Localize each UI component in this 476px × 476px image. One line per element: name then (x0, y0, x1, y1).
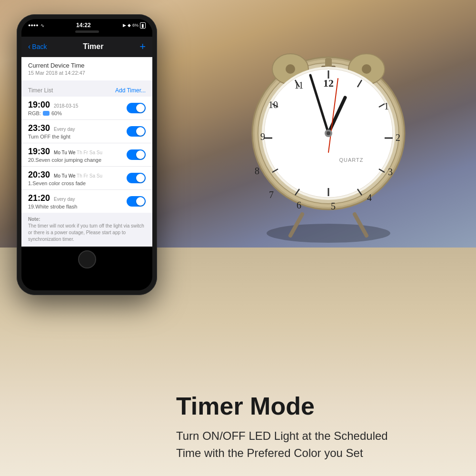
timer-description: RGB: 60% (28, 110, 127, 116)
timer-item-details: 20:30 Mo Tu We Th Fr Sa Su (28, 170, 127, 186)
svg-point-9 (362, 64, 371, 74)
note-title: Note: (28, 217, 146, 222)
svg-text:3: 3 (388, 167, 393, 177)
timer-date: Every day (54, 197, 75, 202)
device-time-value: 15 Mar 2018 at 14:22:47 (28, 70, 146, 76)
timer-item-details: 19:30 Mo Tu We Th Fr Sa Su (28, 147, 127, 163)
gps-icon: ▶ (123, 23, 126, 28)
timer-time-row: 19:30 Mo Tu We Th Fr Sa Su (28, 147, 127, 157)
timer-desc-text: Turn OFF the light (28, 134, 70, 139)
note-text: The timer will not work if you turn off … (28, 223, 146, 243)
timer-toggle[interactable] (127, 149, 146, 160)
timer-date: 2018-03-15 (54, 103, 78, 109)
timer-time-row: 19:00 2018-03-15 (28, 100, 127, 110)
timer-list: 19:00 2018-03-15 RGB: 60% (21, 97, 152, 213)
bottom-text-area: Timer Mode Turn ON/OFF LED Light at the … (176, 393, 462, 462)
timer-time: 23:30 (28, 123, 50, 133)
timer-desc-text: 20.Seven color jumping change (28, 157, 101, 163)
svg-point-0 (267, 224, 390, 243)
note-section: Note: The timer will not work if you tur… (21, 213, 152, 247)
svg-text:5: 5 (331, 201, 336, 211)
day-we: We (69, 150, 77, 155)
svg-text:4: 4 (367, 192, 372, 203)
timer-item-details: 23:30 Every day Turn OFF the light (28, 123, 127, 139)
svg-text:1: 1 (384, 101, 389, 111)
status-bar: ●●●● ∿ 14:22 ▶ ◆ 6% ▮ (21, 19, 152, 30)
svg-text:2: 2 (396, 132, 400, 143)
timer-date: Mo Tu We Th Fr Sa Su (54, 150, 102, 155)
phone-top-area (21, 30, 152, 37)
device-time-section: Current Device Time 15 Mar 2018 at 14:22… (21, 57, 152, 80)
svg-text:6: 6 (297, 200, 301, 210)
timer-item: 20:30 Mo Tu We Th Fr Sa Su (21, 167, 152, 190)
timer-item-details: 19:00 2018-03-15 RGB: 60% (28, 100, 127, 116)
day-su: Su (97, 150, 102, 155)
timer-description: 19.White strobe flash (28, 204, 127, 209)
svg-point-43 (327, 131, 330, 135)
day-we: We (69, 173, 77, 178)
day-mo: Mo (54, 150, 62, 155)
device-time-title: Current Device Time (28, 62, 146, 69)
timer-mode-title: Timer Mode (176, 393, 462, 420)
battery-pct: 6% (132, 23, 139, 28)
back-label: Back (32, 43, 47, 50)
day-sa: Sa (89, 150, 97, 155)
day-su: Su (97, 173, 102, 178)
timer-toggle[interactable] (127, 196, 146, 207)
timer-description: Turn OFF the light (28, 134, 127, 139)
svg-text:QUARTZ: QUARTZ (339, 157, 363, 163)
svg-point-7 (286, 64, 295, 74)
timer-list-label: Timer List (28, 87, 53, 94)
timer-time: 19:30 (28, 147, 50, 157)
timer-time-row: 20:30 Mo Tu We Th Fr Sa Su (28, 170, 127, 180)
day-fr: Fr (84, 150, 89, 155)
phone-body: ●●●● ∿ 14:22 ▶ ◆ 6% ▮ ‹ Bac (17, 14, 157, 295)
timer-list-header: Timer List Add Timer... (21, 84, 152, 97)
phone: ●●●● ∿ 14:22 ▶ ◆ 6% ▮ ‹ Bac (17, 14, 157, 295)
nav-title: Timer (83, 42, 103, 51)
back-chevron-icon: ‹ (28, 42, 30, 51)
day-sa: Sa (89, 173, 97, 178)
add-timer-button[interactable]: Add Timer... (115, 87, 146, 94)
svg-text:11: 11 (294, 80, 303, 90)
svg-text:7: 7 (269, 189, 274, 200)
add-button[interactable]: + (139, 40, 146, 53)
day-fr: Fr (84, 173, 89, 178)
timer-toggle[interactable] (127, 173, 146, 183)
signal-icon: ●●●● (28, 23, 39, 28)
timer-extra: 60% (51, 110, 62, 116)
svg-text:12: 12 (323, 77, 334, 89)
day-mo: Mo (54, 173, 62, 178)
battery-icon: ▮ (140, 22, 146, 29)
svg-rect-11 (325, 58, 332, 68)
nav-bar: ‹ Back Timer + (21, 37, 152, 57)
timer-time: 21:20 (28, 193, 50, 203)
timer-item: 19:30 Mo Tu We Th Fr Sa Su (21, 143, 152, 167)
timer-description: 20.Seven color jumping change (28, 157, 127, 163)
app-content: Current Device Time 15 Mar 2018 at 14:22… (21, 57, 152, 247)
timer-time-row: 23:30 Every day (28, 123, 127, 133)
svg-text:8: 8 (255, 166, 259, 176)
timer-toggle[interactable] (127, 126, 146, 137)
status-signal: ●●●● ∿ (28, 23, 44, 28)
timer-desc-text: 19.White strobe flash (28, 204, 77, 209)
home-button[interactable] (78, 250, 96, 268)
timer-toggle[interactable] (127, 103, 146, 113)
timer-mode-desc-line2: Time with the Prefered Color you Set (176, 446, 363, 459)
timer-description: 1.Seven color cross fade (28, 180, 127, 186)
timer-desc-text: RGB: (28, 110, 41, 116)
svg-text:10: 10 (268, 99, 278, 110)
timer-item: 21:20 Every day 19.White strobe flash (21, 190, 152, 213)
timer-mode-desc-line1: Turn ON/OFF LED Light at the Scheduled (176, 429, 388, 442)
back-button[interactable]: ‹ Back (28, 42, 47, 51)
timer-item: 19:00 2018-03-15 RGB: 60% (21, 97, 152, 120)
timer-mode-description: Turn ON/OFF LED Light at the Scheduled T… (176, 427, 462, 462)
color-swatch (43, 111, 50, 116)
phone-screen: ●●●● ∿ 14:22 ▶ ◆ 6% ▮ ‹ Bac (21, 19, 152, 290)
day-th: Th (77, 173, 83, 178)
timer-time: 19:00 (28, 100, 50, 110)
day-th: Th (77, 150, 83, 155)
timer-item: 23:30 Every day Turn OFF the light (21, 120, 152, 143)
phone-bottom (21, 247, 152, 272)
timer-time-row: 21:20 Every day (28, 193, 127, 203)
